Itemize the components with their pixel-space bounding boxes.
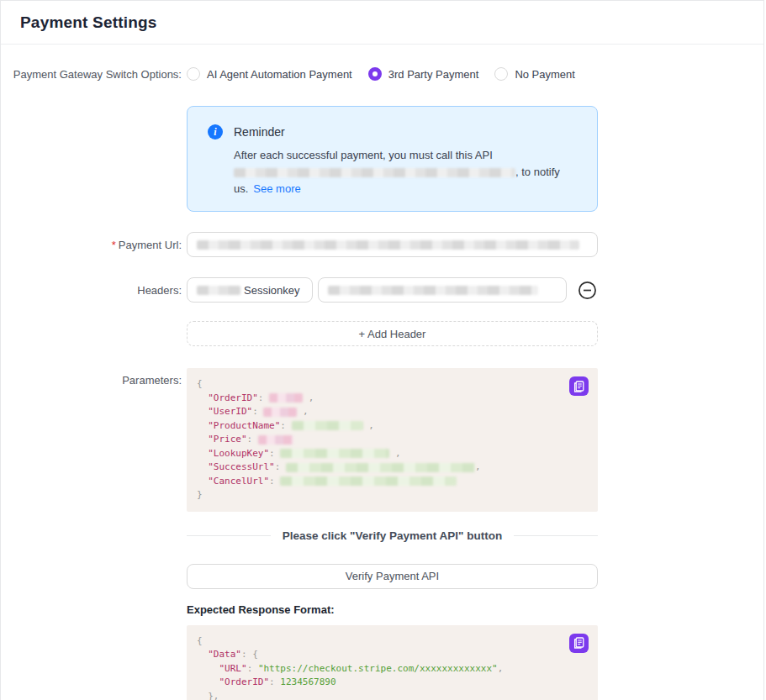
code-punctuation: , <box>389 448 400 459</box>
code-punctuation <box>197 406 208 417</box>
code-line: "OrderID": , <box>197 392 588 406</box>
copy-icon <box>573 637 584 649</box>
add-header-button[interactable]: + Add Header <box>187 321 598 346</box>
redacted-value <box>269 393 303 403</box>
gateway-options-row: Payment Gateway Switch Options: AI Agent… <box>1 67 763 81</box>
gateway-option-1[interactable]: 3rd Party Payment <box>368 67 479 81</box>
code-punctuation: : { <box>241 649 258 660</box>
radio-option-label: AI Agent Automation Payment <box>207 68 352 81</box>
code-value: "https://checkout.stripe.com/xxxxxxxxxxx… <box>258 663 498 674</box>
payment-settings-card: Payment Settings Payment Gateway Switch … <box>0 0 764 700</box>
code-line: "Data": { <box>197 648 588 662</box>
header-value-input[interactable] <box>318 277 567 303</box>
code-key: "OrderID" <box>208 392 258 403</box>
code-punctuation: : <box>269 676 280 687</box>
page-title: Payment Settings <box>20 13 763 32</box>
redacted-payment-url <box>197 240 579 250</box>
code-punctuation <box>197 676 219 687</box>
redacted-value <box>292 421 363 430</box>
redacted-value <box>258 435 293 445</box>
expected-response-label: Expected Response Format: <box>187 603 763 616</box>
radio-selected-icon[interactable] <box>368 67 382 81</box>
code-punctuation: : <box>258 392 269 403</box>
code-punctuation <box>197 420 208 431</box>
copy-parameters-button[interactable] <box>569 376 589 396</box>
code-punctuation: , <box>498 663 504 674</box>
code-punctuation <box>197 461 208 472</box>
code-key: "Data" <box>208 649 241 660</box>
code-line: "UserID": , <box>197 405 588 419</box>
code-line: "SuccessUrl": , <box>197 461 588 475</box>
gateway-radio-group: AI Agent Automation Payment3rd Party Pay… <box>187 67 591 81</box>
code-punctuation <box>197 649 208 660</box>
expected-response-code-block: { "Data": { "URL": "https://checkout.str… <box>187 625 598 700</box>
verify-divider: Please click "Verify Payment API" button <box>187 529 598 542</box>
required-asterisk: * <box>112 239 116 251</box>
header-key-input[interactable]: Sessionkey <box>187 277 313 303</box>
code-value: 1234567890 <box>280 676 335 687</box>
code-punctuation: : <box>247 663 258 674</box>
code-line: "URL": "https://checkout.stripe.com/xxxx… <box>197 662 588 676</box>
code-punctuation: : <box>247 434 258 445</box>
copy-expected-response-button[interactable] <box>569 634 589 653</box>
radio-unselected-icon[interactable] <box>494 67 508 81</box>
gateway-option-2[interactable]: No Payment <box>494 67 575 81</box>
reminder-line1: After each successful payment, you must … <box>234 147 577 164</box>
redacted-api-url <box>234 168 515 177</box>
verify-payment-api-button[interactable]: Verify Payment API <box>187 564 598 589</box>
expected-response-spacer <box>1 616 182 622</box>
code-key: "SuccessUrl" <box>208 461 274 472</box>
see-more-link[interactable]: See more <box>253 182 300 195</box>
header-key-text: Sessionkey <box>244 284 299 297</box>
code-punctuation: : <box>275 461 286 472</box>
minus-circle-icon <box>578 281 597 300</box>
code-punctuation: , <box>475 461 481 472</box>
code-punctuation <box>197 448 208 459</box>
code-key: "UserID" <box>208 406 252 417</box>
radio-unselected-icon[interactable] <box>187 67 200 81</box>
gateway-option-0[interactable]: AI Agent Automation Payment <box>187 67 352 81</box>
headers-label: Headers: <box>1 284 182 297</box>
code-punctuation: : <box>269 448 280 459</box>
parameters-row: Parameters: { "OrderID": , "UserID": , "… <box>1 368 763 512</box>
code-punctuation: : <box>269 476 280 487</box>
code-key: "ProductName" <box>208 420 280 431</box>
remove-header-button[interactable] <box>577 280 597 300</box>
expected-response-row: { "Data": { "URL": "https://checkout.str… <box>1 616 763 700</box>
reminder-line3: us.See more <box>234 181 577 197</box>
page-header: Payment Settings <box>1 1 763 45</box>
code-key: "LookupKey" <box>208 448 269 459</box>
gateway-options-label: Payment Gateway Switch Options: <box>1 68 182 81</box>
divider-line-left <box>187 535 271 536</box>
code-punctuation: } <box>197 489 203 500</box>
code-line: { <box>197 377 588 392</box>
payment-url-input[interactable] <box>187 232 598 257</box>
code-punctuation: { <box>197 378 203 389</box>
reminder-alert: i Reminder After each successful payment… <box>187 106 598 212</box>
parameters-label: Parameters: <box>1 368 182 387</box>
code-line: { <box>197 634 588 649</box>
code-key: "CancelUrl" <box>208 476 269 487</box>
code-line: "OrderID": 1234567890 <box>197 676 588 690</box>
radio-option-label: No Payment <box>515 68 575 81</box>
code-line: "ProductName": , <box>197 419 588 434</box>
code-line: "LookupKey": , <box>197 447 588 461</box>
code-punctuation: : <box>252 406 263 417</box>
code-line: } <box>197 488 588 503</box>
reminder-line2: , to notify <box>234 164 577 181</box>
payment-url-label: *Payment Url: <box>1 239 182 251</box>
divider-line-right <box>514 535 598 536</box>
redacted-header-key <box>197 286 240 295</box>
redacted-value <box>280 476 457 486</box>
code-punctuation: : <box>280 420 291 431</box>
code-punctuation: { <box>197 635 203 646</box>
radio-option-label: 3rd Party Payment <box>388 68 479 81</box>
redacted-header-value <box>328 286 538 295</box>
code-line: "CancelUrl": <box>197 475 588 489</box>
code-punctuation: , <box>297 406 308 417</box>
headers-row: Headers: Sessionkey <box>1 277 763 303</box>
code-punctuation: }, <box>197 691 219 700</box>
code-punctuation <box>197 434 208 445</box>
reminder-title: Reminder <box>234 125 285 139</box>
divider-text: Please click "Verify Payment API" button <box>283 529 502 542</box>
